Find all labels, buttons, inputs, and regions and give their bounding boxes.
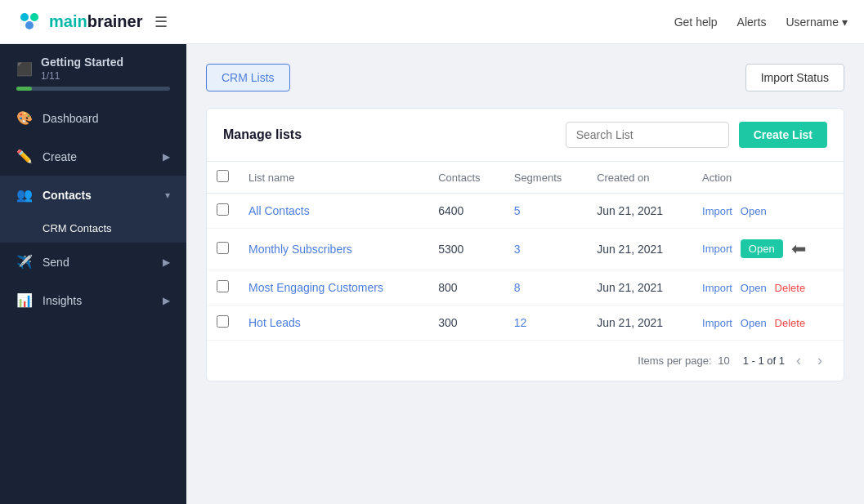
create-icon: ✏️ [16,149,33,164]
sidebar-item-create[interactable]: ✏️ Create ▶ [0,137,186,176]
page-range: 1 - 1 of 1 [743,355,785,367]
table-row: Monthly Subscribers 5300 3 Jun 21, 2021 … [207,229,844,270]
progress-bar-fill [16,87,32,91]
row-checkbox[interactable] [217,242,229,254]
select-all-checkbox[interactable] [217,170,229,182]
col-created-on: Created on [587,162,692,194]
hamburger-icon[interactable]: ☰ [154,13,168,31]
row-checkbox[interactable] [217,315,229,328]
delete-link[interactable]: Delete [775,317,806,329]
col-action: Action [692,162,844,194]
table-header-row: List name Contacts Segments Created on A… [207,162,844,194]
main-content: CRM Lists Import Status Manage lists Cre… [186,44,864,504]
contacts-count: 5300 [428,229,504,270]
chevron-down-icon: ▾ [165,190,170,201]
open-link[interactable]: Open [741,317,767,329]
send-icon: ✈️ [16,254,33,270]
pagination-controls: 1 - 1 of 1 ‹ › [743,350,827,371]
contacts-icon: 👥 [16,187,33,203]
insights-icon: 📊 [16,292,33,308]
open-link[interactable]: Open [741,205,767,217]
contacts-count: 800 [428,270,504,306]
import-link[interactable]: Import [702,243,732,255]
dashboard-icon: 🎨 [16,110,33,126]
created-on: Jun 21, 2021 [587,194,692,229]
sidebar-item-contacts[interactable]: 👥 Contacts ▾ [0,176,186,214]
sidebar-item-send[interactable]: ✈️ Send ▶ [0,243,186,281]
get-help-link[interactable]: Get help [674,16,718,29]
sidebar-item-insights[interactable]: 📊 Insights ▶ [0,281,186,319]
sidebar-sub-contacts: CRM Contacts [0,214,186,243]
getting-started-section[interactable]: ⬛ Getting Started 1/11 [0,44,186,99]
sidebar-item-label: Insights [43,294,82,307]
col-list-name: List name [239,162,428,194]
svg-point-1 [30,13,38,21]
sidebar-item-label: Contacts [43,189,92,202]
sidebar-item-label: Create [43,150,77,163]
logo-text: mainbrainer [49,12,143,31]
segments-link[interactable]: 12 [514,316,527,329]
sidebar-item-label: Dashboard [43,112,99,125]
getting-started-icon: ⬛ [16,61,33,77]
contacts-count: 300 [428,306,504,341]
list-name-link[interactable]: All Contacts [248,204,310,217]
next-page-button[interactable]: › [813,350,827,371]
col-segments: Segments [504,162,587,194]
import-status-button[interactable]: Import Status [745,64,844,91]
tabs-row: CRM Lists Import Status [206,64,844,91]
username-menu[interactable]: Username ▾ [786,16,848,29]
list-name-link[interactable]: Hot Leads [248,316,301,329]
import-link[interactable]: Import [702,205,732,217]
prev-page-button[interactable]: ‹ [791,350,806,371]
chevron-right-icon: ▶ [163,295,170,306]
sidebar-item-crm-contacts[interactable]: CRM Contacts [0,214,186,243]
table-row: All Contacts 6400 5 Jun 21, 2021 Import … [207,194,844,229]
list-name-link[interactable]: Monthly Subscribers [248,243,352,256]
nav-right: Get help Alerts Username ▾ [674,16,848,29]
sidebar: ⬛ Getting Started 1/11 🎨 Dashboard ✏️ Cr… [0,44,186,504]
list-name-link[interactable]: Most Engaging Customers [248,281,383,294]
open-button-highlighted[interactable]: Open [741,239,783,258]
import-link[interactable]: Import [702,317,732,329]
sidebar-item-dashboard[interactable]: 🎨 Dashboard [0,99,186,137]
table-card: Manage lists Create List List name Conta… [206,108,844,381]
delete-link[interactable]: Delete [775,282,806,294]
chevron-right-icon: ▶ [163,256,170,268]
alerts-link[interactable]: Alerts [737,16,767,29]
logo[interactable]: mainbrainer [16,9,143,35]
top-navigation: mainbrainer ☰ Get help Alerts Username ▾ [0,0,864,44]
logo-icon [16,9,43,35]
created-on: Jun 21, 2021 [587,229,692,270]
svg-point-2 [25,21,34,29]
lists-table: List name Contacts Segments Created on A… [207,161,844,340]
import-link[interactable]: Import [702,282,732,294]
getting-started-progress: 1/11 [41,70,123,82]
contacts-count: 6400 [428,194,504,229]
open-link[interactable]: Open [741,282,767,294]
tab-crm-lists[interactable]: CRM Lists [206,64,290,91]
col-contacts: Contacts [428,162,504,194]
nav-left: mainbrainer ☰ [16,9,168,35]
sidebar-sub-label: CRM Contacts [43,222,112,234]
row-checkbox[interactable] [217,203,229,216]
chevron-right-icon: ▶ [163,151,170,163]
progress-bar-background [16,87,170,91]
created-on: Jun 21, 2021 [587,306,692,341]
svg-point-0 [20,13,29,21]
table-header: Manage lists Create List [207,109,844,161]
segments-link[interactable]: 8 [514,281,521,294]
chevron-down-icon: ▾ [842,16,848,29]
getting-started-title: Getting Started [41,56,123,69]
create-list-button[interactable]: Create List [739,122,827,148]
sidebar-item-label: Send [43,256,69,269]
table-header-right: Create List [566,122,827,148]
row-checkbox[interactable] [217,280,229,292]
segments-link[interactable]: 5 [514,204,521,217]
table-row: Most Engaging Customers 800 8 Jun 21, 20… [207,270,844,306]
cursor-arrow-icon: ⬅ [791,239,806,260]
main-layout: ⬛ Getting Started 1/11 🎨 Dashboard ✏️ Cr… [0,44,864,504]
pagination-row: Items per page: 10 1 - 1 of 1 ‹ › [207,340,844,381]
segments-link[interactable]: 3 [514,243,521,256]
search-input[interactable] [566,122,729,148]
created-on: Jun 21, 2021 [587,270,692,306]
